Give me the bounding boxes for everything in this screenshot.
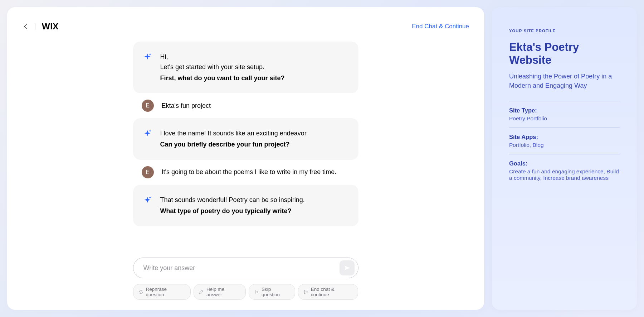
skip-icon [254,289,259,294]
chat-area: Hi, Let's get started with your site set… [22,42,469,251]
sparkle-icon [143,129,152,150]
top-bar: WIX End Chat & Continue [22,21,469,32]
composer [133,258,358,278]
action-pills: Rephrase question Help me answer Skip qu… [133,284,358,300]
profile-title: Ekta's Poetry Website [509,41,620,67]
answer-input[interactable] [143,264,340,272]
ai-text: I love the name! It sounds like an excit… [160,128,308,150]
ai-text: Hi, Let's get started with your site set… [160,52,285,83]
profile-section: Site Type: Poetry Portfolio [509,101,620,128]
chevron-left-icon [24,24,27,29]
profile-value: Create a fun and engaging experience, Bu… [509,168,620,181]
back-button[interactable] [22,23,29,30]
help-button[interactable]: Help me answer [194,284,246,300]
ai-message: I love the name! It sounds like an excit… [133,118,358,160]
end-chat-link[interactable]: End Chat & Continue [412,23,469,30]
chat-panel: WIX End Chat & Continue Hi, Let's get st… [7,7,484,310]
ai-text: That sounds wonderful! Poetry can be so … [160,195,305,216]
pill-label: End chat & continue [311,287,353,297]
profile-eyebrow: YOUR SITE PROFILE [509,29,620,33]
chat-scroll: Hi, Let's get started with your site set… [133,42,358,226]
profile-value: Portfolio, Blog [509,142,620,148]
divider [35,23,35,30]
ai-question: First, what do you want to call your sit… [160,73,285,83]
ai-question: What type of poetry do you typically wri… [160,206,305,216]
top-bar-left: WIX [22,21,59,32]
user-message: E It's going to be about the poems I lik… [133,166,358,178]
sparkle-icon [143,52,152,83]
send-icon [344,265,350,271]
exit-icon [303,289,308,294]
profile-section: Site Apps: Portfolio, Blog [509,128,620,154]
user-text: It's going to be about the poems I like … [162,168,337,176]
pill-label: Skip question [262,287,290,297]
end-chat-button[interactable]: End chat & continue [298,284,358,300]
rephrase-button[interactable]: Rephrase question [133,284,191,300]
ai-line: Let's get started with your site setup. [160,63,265,71]
user-text: Ekta's fun project [162,102,211,110]
sparkle-icon [143,196,152,216]
user-avatar: E [142,166,154,178]
ai-line: Hi, [160,53,168,60]
composer-area: Rephrase question Help me answer Skip qu… [133,258,358,300]
ai-line: I love the name! It sounds like an excit… [160,130,308,137]
ai-question: Can you briefly describe your fun projec… [160,139,308,150]
pill-label: Help me answer [206,287,240,297]
wix-logo: WIX [42,21,59,32]
profile-section: Goals: Create a fun and engaging experie… [509,154,620,187]
profile-label: Site Apps: [509,134,620,140]
ai-message: Hi, Let's get started with your site set… [133,42,358,93]
profile-subtitle: Unleashing the Power of Poetry in a Mode… [509,72,620,90]
magic-pen-icon [199,289,204,294]
ai-message: That sounds wonderful! Poetry can be so … [133,185,358,226]
user-message: E Ekta's fun project [133,100,358,112]
profile-label: Site Type: [509,107,620,114]
user-avatar: E [142,100,154,112]
pill-label: Rephrase question [146,287,185,297]
refresh-icon [138,289,143,294]
site-profile-panel: YOUR SITE PROFILE Ekta's Poetry Website … [492,7,637,310]
skip-button[interactable]: Skip question [249,284,295,300]
send-button[interactable] [340,260,355,275]
profile-label: Goals: [509,160,620,167]
profile-value: Poetry Portfolio [509,115,620,122]
ai-line: That sounds wonderful! Poetry can be so … [160,196,305,203]
